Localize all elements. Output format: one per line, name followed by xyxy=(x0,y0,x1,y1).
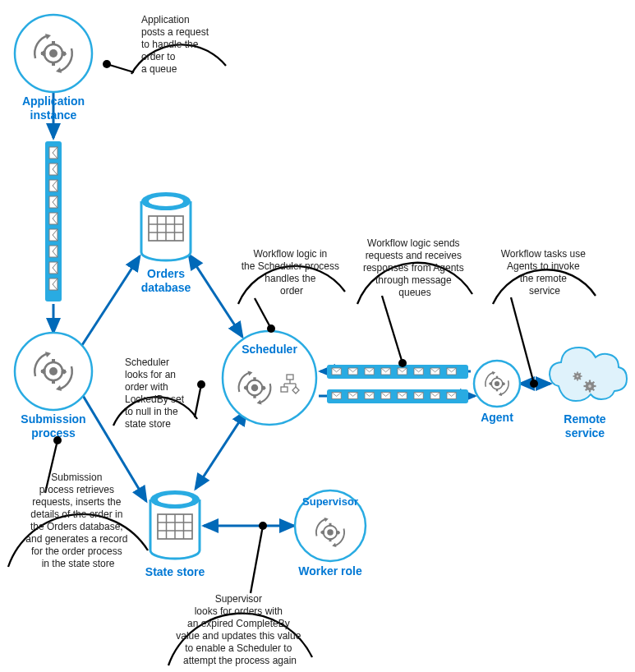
submission-process-label-2: process xyxy=(31,426,76,440)
svg-text:Workflow logic in
      the Sc: Workflow logic in the Scheduler process … xyxy=(242,248,343,297)
svg-line-50 xyxy=(107,64,134,72)
callout-scheduler-lookup: Scheduler looks for an order with Locked… xyxy=(113,357,205,430)
queue-scheduler-agent-bottom xyxy=(319,389,475,403)
agent-label: Agent xyxy=(481,411,513,424)
svg-line-56 xyxy=(195,384,201,417)
queue-app-submission xyxy=(45,92,62,301)
remote-service-label-2: service xyxy=(565,426,605,440)
queue-scheduler-agent-top xyxy=(320,365,471,379)
svg-text:Application
      posts a requ: Application posts a request to handle th… xyxy=(141,14,211,75)
state-store-label: State store xyxy=(145,565,205,578)
callout-workflow-queues: Workflow logic sends requests and receiv… xyxy=(357,237,472,367)
application-instance-label-1: Application xyxy=(22,94,85,108)
orders-database-label-2: database xyxy=(141,281,191,294)
svg-line-35 xyxy=(196,411,246,489)
supervisor-worker-role: Worker role xyxy=(298,564,362,578)
svg-line-32 xyxy=(82,256,140,345)
callout-application: Application posts a request to handle th… xyxy=(103,14,226,75)
svg-text:Workflow tasks use
      Agent: Workflow tasks use Agents to invoke the … xyxy=(501,248,589,297)
callout-workflow-logic: Workflow logic in the Scheduler process … xyxy=(238,248,345,333)
remote-service-node: Remote service xyxy=(550,348,627,440)
svg-line-34 xyxy=(189,255,242,337)
svg-text:Supervisor
      looks for ord: Supervisor looks for orders with an expi… xyxy=(176,593,303,666)
svg-line-68 xyxy=(251,526,263,593)
submission-process-node: Submission process xyxy=(15,333,92,440)
application-instance-node: Application instance xyxy=(15,15,92,122)
orders-database-node: Orders database xyxy=(141,192,191,294)
svg-text:Scheduler
      looks for an
 : Scheduler looks for an order with Locked… xyxy=(125,357,186,430)
scheduler-label: Scheduler xyxy=(242,343,297,356)
supervisor-label: Supervisor xyxy=(302,495,358,508)
agent-node: Agent xyxy=(474,361,520,424)
svg-line-62 xyxy=(382,296,403,363)
callout-submission: Submission process retrieves requests, i… xyxy=(8,436,148,569)
supervisor-node: Supervisor Worker role xyxy=(295,490,366,578)
orders-database-label-1: Orders xyxy=(147,267,185,280)
svg-line-59 xyxy=(255,298,271,329)
svg-text:Workflow logic sends
      req: Workflow logic sends requests and receiv… xyxy=(363,237,467,298)
remote-service-label-1: Remote xyxy=(564,412,606,426)
application-instance-label-2: instance xyxy=(30,108,77,122)
state-store-node: State store xyxy=(145,490,205,578)
scheduler-node: Scheduler xyxy=(223,331,316,425)
svg-text:Submission
      process retri: Submission process retrieves requests, i… xyxy=(25,472,130,569)
submission-process-label-1: Submission xyxy=(21,412,85,426)
